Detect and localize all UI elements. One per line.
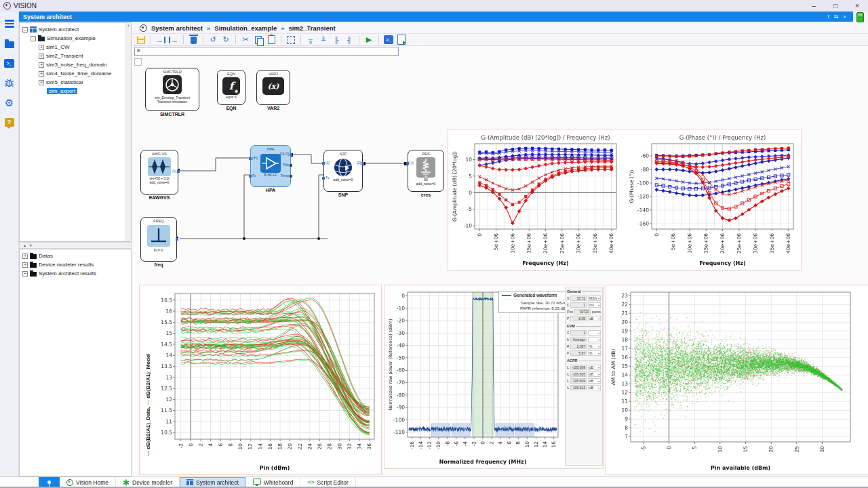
- block-hpa[interactable]: HPA [IN] Fc [OUT] Pdc Temp B-HF-LF HPA: [250, 145, 291, 187]
- port[interactable]: [290, 153, 292, 156]
- console-icon[interactable]: >_: [384, 35, 393, 45]
- expander-icon[interactable]: [39, 62, 44, 68]
- tree-item-sim5[interactable]: sim5_statistical: [46, 79, 83, 85]
- port[interactable]: [322, 162, 325, 165]
- close-button[interactable]: ×: [846, 0, 868, 12]
- expander-icon[interactable]: [22, 271, 28, 277]
- debug-bug-icon[interactable]: [4, 77, 15, 88]
- port[interactable]: [406, 162, 409, 165]
- port[interactable]: [176, 238, 178, 241]
- expander-icon[interactable]: [39, 45, 44, 50]
- block-snp[interactable]: S2P [1] Fc [2] add_noise=0 SNP: [323, 150, 363, 192]
- tab-system-architect[interactable]: System architect: [180, 477, 246, 487]
- panel-close-icon[interactable]: ×: [843, 14, 846, 20]
- tab-whiteboard[interactable]: Whiteboard: [246, 477, 300, 487]
- maximize-button[interactable]: □: [825, 0, 846, 12]
- port[interactable]: [322, 177, 325, 180]
- settings-gear-icon[interactable]: ⚙: [4, 97, 15, 108]
- setting-row: PAPR:8.05dB: [567, 315, 601, 322]
- projects-folder-icon[interactable]: [4, 38, 15, 49]
- menu-icon[interactable]: [4, 18, 15, 29]
- tree-item-folder[interactable]: Simulation_example: [47, 35, 96, 41]
- setting-row: Carrier:1: [567, 329, 601, 336]
- pin-taskbar-button[interactable]: [39, 477, 60, 487]
- expander-icon[interactable]: [22, 262, 28, 268]
- block-awg[interactable]: AWG-VS [+] res=50 + 0.0i add_noise=0 EAW…: [140, 150, 178, 195]
- project-tree-panel: System architect Simulation_example sim1…: [19, 22, 132, 242]
- export-script-icon[interactable]: [397, 35, 406, 45]
- breadcrumb-item-1[interactable]: System architect: [151, 24, 203, 32]
- align-right-icon[interactable]: ╢: [344, 35, 354, 45]
- export-icon[interactable]: →: [169, 35, 178, 45]
- undo-icon[interactable]: ↺: [208, 35, 218, 45]
- tree-item-sim4[interactable]: sim4_Noise_time_domaine: [46, 70, 112, 77]
- tab-script-editor[interactable]: </>Script Editor: [300, 477, 355, 487]
- tree-item-sim-export-selected[interactable]: sim_export: [47, 88, 77, 94]
- layout-tree-down-icon[interactable]: ╦: [306, 35, 315, 45]
- import-icon[interactable]: →: [156, 35, 165, 45]
- results-item-system-architect[interactable]: System architect results: [39, 270, 96, 277]
- align-left-icon[interactable]: ╟: [332, 35, 341, 45]
- block-label: EQN: [214, 106, 249, 110]
- system-architect-icon: [186, 479, 193, 485]
- battery-status-icon: [856, 12, 864, 22]
- tree-item-sim1[interactable]: sim1_CW: [46, 44, 70, 50]
- schematic-toolbar: → → ↺ ↻ ✂ ╦ ╨ ╟ ╢ ▶ >_: [133, 34, 868, 46]
- port-label: Pdc: [283, 163, 289, 167]
- expander-icon[interactable]: [22, 27, 28, 33]
- expander-icon[interactable]: [31, 36, 36, 41]
- block-simctrlr[interactable]: SIMCTRLR sim_Envelop_Transient Transient…: [145, 68, 199, 111]
- port-label: Temp: [281, 174, 289, 178]
- port[interactable]: [290, 164, 292, 167]
- port[interactable]: [290, 175, 292, 178]
- tree-item-root[interactable]: System architect: [39, 26, 79, 33]
- schematic-canvas[interactable]: E SIMCTRLR: [133, 46, 868, 476]
- breadcrumb-item-3[interactable]: sim2_Transient: [289, 24, 336, 32]
- expander-icon[interactable]: [22, 253, 28, 259]
- panel-dock-icon[interactable]: ⇆: [834, 14, 839, 20]
- panel-float-icon[interactable]: f: [827, 14, 829, 20]
- terminal-icon[interactable]: >_: [4, 58, 15, 68]
- settings-section-general: General Sample rate:30.72MS/sDuration:1m…: [567, 289, 601, 322]
- fit-view-icon[interactable]: [286, 35, 296, 45]
- port-label: [+]: [172, 169, 176, 173]
- expander-icon[interactable]: [39, 71, 44, 77]
- port-label: [2]: [357, 161, 361, 165]
- port[interactable]: [249, 157, 252, 160]
- tab-vision-home[interactable]: Vision Home: [60, 477, 116, 487]
- port[interactable]: [361, 162, 364, 165]
- results-item-datas[interactable]: Datas: [39, 253, 53, 259]
- copy-icon[interactable]: [254, 35, 263, 45]
- expander-icon[interactable]: [39, 54, 44, 59]
- vision-logo-icon: [3, 2, 11, 9]
- block-eqn[interactable]: EQN f✱ eqn= 6 EQN: [217, 70, 245, 105]
- delete-icon[interactable]: [189, 35, 198, 45]
- paste-icon[interactable]: [267, 35, 276, 45]
- run-simulation-icon[interactable]: ▶: [364, 35, 374, 45]
- port-label: [OUT]: [280, 152, 289, 156]
- results-item-device-modeler[interactable]: Device modeler results: [39, 262, 94, 268]
- tree-item-sim2[interactable]: sim2_Transient: [46, 53, 83, 59]
- minimize-button[interactable]: –: [803, 0, 825, 12]
- system-architect-icon: [30, 26, 37, 33]
- block-freq[interactable]: FREQ Fc= fc freq: [140, 217, 177, 262]
- left-sidebar: >_ ⚙ ?: [0, 12, 19, 476]
- port[interactable]: [177, 170, 180, 173]
- tab-device-modeler[interactable]: Device modeler: [116, 477, 180, 487]
- tree-item-sim3[interactable]: sim3_noise_freq_domain: [46, 62, 106, 68]
- tree-scrollbar[interactable]: ▲: [125, 23, 131, 241]
- port[interactable]: [249, 175, 252, 178]
- waveform-settings-panel: General Sample rate:30.72MS/sDuration:1m…: [565, 287, 603, 466]
- breadcrumb-item-2[interactable]: Simulation_example: [214, 24, 277, 32]
- block-header: HPA: [251, 147, 290, 151]
- cut-icon[interactable]: ✂: [241, 35, 250, 45]
- layout-tree-up-icon[interactable]: ╨: [319, 35, 328, 45]
- block-var2[interactable]: VAR2 (x) VAR2: [256, 70, 290, 105]
- save-icon[interactable]: [136, 35, 146, 45]
- expression-input[interactable]: E: [134, 47, 399, 56]
- panel-splitter[interactable]: ▲▼: [19, 242, 132, 249]
- block-res[interactable]: RES [+] 50 add_noise=0 eres: [408, 150, 444, 192]
- help-icon[interactable]: ?: [4, 117, 15, 127]
- redo-icon[interactable]: ↻: [221, 35, 231, 45]
- expander-icon[interactable]: [39, 80, 44, 85]
